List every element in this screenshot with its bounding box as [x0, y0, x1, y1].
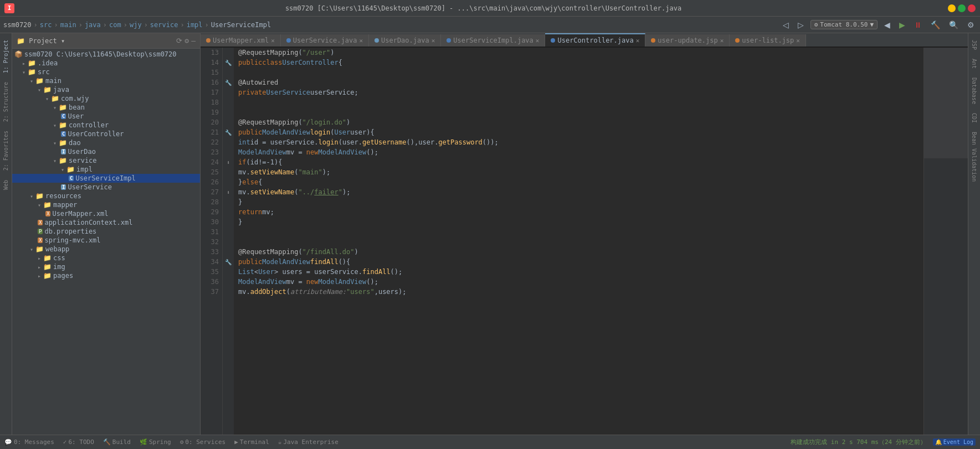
code-line: mv.setViewName("main");	[238, 167, 919, 177]
editor-tab[interactable]: UserService.java✕	[281, 34, 369, 47]
sidebar-item-project[interactable]: 1: Project	[2, 35, 10, 78]
code-line: @RequestMapping("/findAll.do")	[238, 247, 919, 257]
tomcat-config[interactable]: ⚙ Tomcat 8.0.50 ▼	[810, 20, 878, 29]
editor-tab[interactable]: UserDao.java✕	[369, 34, 441, 47]
nav-project[interactable]: ssm0720	[3, 21, 32, 29]
settings-button[interactable]: ⚙	[965, 19, 977, 30]
tree-item[interactable]: 📦ssm0720 C:\Users\11645\Desktop\ssm0720	[12, 50, 200, 59]
tree-item[interactable]: ▾📁java	[12, 85, 200, 94]
tree-item[interactable]: ▸📁.idea	[12, 59, 200, 68]
tree-item[interactable]: Pdb.properties	[12, 227, 200, 236]
nav-impl[interactable]: impl	[187, 21, 203, 29]
bottom-toolbar: 💬 0: Messages ✓ 6: TODO 🔨 Build 🌿 Spring…	[0, 435, 980, 449]
tree-item[interactable]: ▾📁service	[12, 156, 200, 165]
code-content[interactable]: @RequestMapping("/user") public class Us…	[234, 48, 923, 435]
tree-item[interactable]: XapplicationContext.xml	[12, 218, 200, 227]
code-line: public ModelAndView login(User user){	[238, 127, 919, 137]
build-button[interactable]: 🔨	[928, 19, 942, 30]
collapse-icon[interactable]: —	[191, 37, 196, 45]
java-enterprise-label: Java Enterprise	[283, 438, 338, 446]
run-button[interactable]: ▶	[897, 19, 907, 30]
window-title: ssm0720 [C:\Users\11645\Desktop\ssm0720]…	[19, 4, 948, 12]
minimize-button[interactable]	[948, 4, 956, 12]
minimap-viewport	[924, 48, 968, 158]
code-line: @RequestMapping("/user")	[238, 48, 919, 58]
stop-button[interactable]: ⏸	[912, 19, 924, 30]
nav-forward-button[interactable]: ▷	[796, 19, 806, 30]
code-line: ModelAndView mv = new ModelAndView();	[238, 277, 919, 287]
spring-icon: 🌿	[140, 438, 147, 446]
tree-item[interactable]: ▸📁pages	[12, 271, 200, 280]
editor-tab[interactable]: UserController.java✕	[545, 33, 645, 47]
tree-item[interactable]: XUserMapper.xml	[12, 209, 200, 218]
editor-tab[interactable]: UserMapper.xml✕	[201, 34, 281, 47]
right-tab-cdi[interactable]: CDI	[970, 109, 978, 127]
close-button[interactable]	[968, 4, 976, 12]
nav-wjy[interactable]: wjy	[130, 21, 142, 29]
right-tab-database[interactable]: Database	[970, 73, 978, 109]
sidebar-item-structure[interactable]: 2: Structure	[2, 78, 10, 126]
code-line: public ModelAndView findAll(){	[238, 257, 919, 267]
code-line	[238, 227, 919, 237]
project-title: 📁 Project ▾	[17, 37, 65, 45]
right-tab-jsp[interactable]: JSP	[970, 35, 978, 54]
code-gutter: 🔧🔧🔧⬇⬇🔧	[223, 48, 234, 435]
right-tab-ant[interactable]: Ant	[970, 54, 978, 73]
code-line: private UserService userService;	[238, 87, 919, 97]
services-label: 0: Services	[185, 438, 225, 446]
tree-item[interactable]: ▾📁dao	[12, 138, 200, 147]
spring-button[interactable]: 🌿 Spring	[140, 438, 171, 446]
sync-icon[interactable]: ⟳	[176, 37, 182, 45]
todo-button[interactable]: ✓ 6: TODO	[63, 438, 94, 446]
tree-item[interactable]: ▸📁img	[12, 262, 200, 271]
tree-item[interactable]: Xspring-mvc.xml	[12, 236, 200, 245]
messages-button[interactable]: 💬 0: Messages	[4, 438, 54, 446]
search-button[interactable]: 🔍	[947, 19, 961, 30]
nav-java[interactable]: java	[85, 21, 101, 29]
spring-label: Spring	[149, 438, 171, 446]
tree-item[interactable]: ▾📁resources	[12, 192, 200, 200]
main-area: 1: Project 2: Structure 2: Favorites Web…	[0, 33, 980, 435]
editor-tab[interactable]: UserServiceImpl.java✕	[441, 34, 545, 47]
nav-service[interactable]: service	[150, 21, 178, 29]
code-line: }else {	[238, 177, 919, 187]
tree-item[interactable]: IUserDao	[12, 147, 200, 156]
messages-label: 0: Messages	[14, 438, 54, 446]
tree-item[interactable]: ▾📁controller	[12, 121, 200, 130]
maximize-button[interactable]	[958, 4, 966, 12]
terminal-button[interactable]: ▶ Terminal	[234, 438, 269, 446]
services-icon: ⚙	[180, 438, 184, 446]
sidebar-item-favorites[interactable]: 2: Favorites	[2, 126, 10, 175]
nav-main[interactable]: main	[60, 21, 76, 29]
tree-item[interactable]: CUserServiceImpl	[12, 174, 200, 183]
tree-item[interactable]: ▾📁mapper	[12, 200, 200, 209]
nav-com[interactable]: com	[109, 21, 121, 29]
sidebar-item-web[interactable]: Web	[2, 176, 10, 194]
run-debug-button[interactable]: ◀	[882, 19, 892, 30]
window-controls[interactable]	[948, 4, 976, 12]
nav-back-button[interactable]: ◁	[781, 19, 791, 30]
tree-item[interactable]: ▾📁impl	[12, 165, 200, 174]
tree-item[interactable]: ▾📁com.wjy	[12, 94, 200, 103]
services-button[interactable]: ⚙ 0: Services	[180, 438, 225, 446]
tree-item[interactable]: ▾📁main	[12, 76, 200, 85]
tree-item[interactable]: ▸📁css	[12, 254, 200, 262]
event-log-button[interactable]: 🔔 Event Log	[933, 438, 976, 446]
right-tabs-panel: JSP Ant Database CDI Bean Validation	[968, 33, 980, 435]
tree-item[interactable]: ▾📁src	[12, 68, 200, 76]
tree-item[interactable]: ▾📁bean	[12, 103, 200, 112]
tree-item[interactable]: CUser	[12, 112, 200, 121]
right-tab-bean[interactable]: Bean Validation	[970, 127, 978, 186]
tree-item[interactable]: CUserController	[12, 130, 200, 138]
gear-icon[interactable]: ⚙	[184, 37, 189, 45]
java-enterprise-button[interactable]: ☕ Java Enterprise	[278, 438, 338, 446]
tree-item[interactable]: IUserService	[12, 183, 200, 192]
editor-tab[interactable]: user-update.jsp✕	[645, 34, 730, 47]
nav-src[interactable]: src	[40, 21, 52, 29]
tree-item[interactable]: ▾📁webapp	[12, 245, 200, 254]
project-header: 📁 Project ▾ ⟳ ⚙ —	[12, 33, 200, 49]
build-button[interactable]: 🔨 Build	[103, 438, 131, 446]
title-bar: I ssm0720 [C:\Users\11645\Desktop\ssm072…	[0, 0, 980, 17]
editor-tab[interactable]: user-list.jsp✕	[730, 34, 806, 47]
code-line: mv.addObject( attributeName: "users",use…	[238, 287, 919, 297]
